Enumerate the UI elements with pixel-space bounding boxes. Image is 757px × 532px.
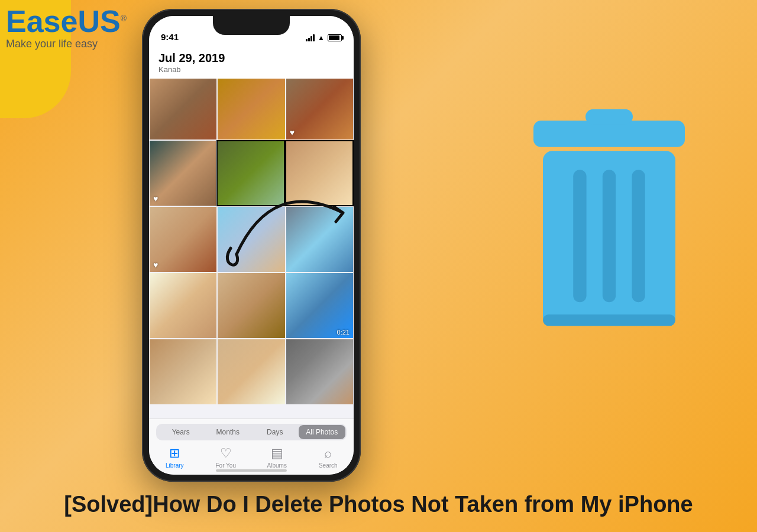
for-you-label: For You [216,462,236,469]
brand-name-us: US [77,4,120,38]
phone-notch [213,16,290,35]
photos-header: Jul 29, 2019 Kanab [149,46,354,79]
brand-name-ease: Ease [6,4,77,38]
brand-tagline: Make your life easy [6,38,127,50]
tab-years[interactable]: Years [157,425,205,439]
grid-row-5 [149,339,354,405]
grid-row-1: ♥ [149,74,354,140]
page-title: [Solved]How Do I Delete Photos Not Taken… [0,492,757,517]
logo-area: EaseUS® Make your life easy [6,6,127,50]
battery-icon [328,34,342,41]
svg-rect-3 [573,170,586,302]
photo-cell-3[interactable]: ♥ [286,74,354,140]
signal-icon [306,34,315,41]
heart-icon: ♥ [290,128,295,137]
nav-tab-library[interactable]: ⊞ Library [149,444,200,470]
nav-tab-for-you[interactable]: ♡ For You [200,444,252,470]
photo-cell-2[interactable] [217,74,285,140]
library-icon: ⊞ [169,446,180,461]
home-indicator [216,469,287,472]
heart-icon-3: ♥ [153,260,158,270]
photo-cell-11[interactable] [217,273,285,339]
registered-mark: ® [121,14,127,23]
for-you-icon: ♡ [220,446,232,461]
svg-rect-0 [533,121,685,147]
trash-can [515,95,704,355]
view-segments: Years Months Days All Photos [156,424,347,440]
grid-row-4: 0:21 [149,273,354,339]
photos-date: Jul 29, 2019 [158,51,344,65]
photo-cell-1[interactable] [149,74,217,140]
photo-cell-10[interactable] [149,273,217,339]
nav-tab-search[interactable]: ⌕ Search [303,444,354,470]
photo-cell-12[interactable]: 0:21 [286,273,354,339]
wifi-icon: ▲ [318,34,325,42]
nav-tab-albums[interactable]: ▤ Albums [251,444,303,470]
status-icons: ▲ [306,34,342,42]
heart-icon-2: ♥ [153,194,158,203]
albums-label: Albums [267,462,287,469]
brand-name: EaseUS® [6,6,127,37]
photo-cell-4[interactable]: ♥ [149,140,216,206]
tab-days[interactable]: Days [251,425,299,439]
tab-all-photos[interactable]: All Photos [299,425,346,439]
photos-location: Kanab [158,65,344,74]
svg-rect-6 [543,314,675,326]
search-icon: ⌕ [324,446,332,461]
status-time: 9:41 [161,32,179,42]
albums-icon: ▤ [271,446,283,461]
svg-rect-4 [603,170,616,302]
bottom-nav: Years Months Days All Photos ⊞ Library ♡… [149,419,354,475]
photo-cell-13[interactable] [149,339,217,405]
photo-cell-14[interactable] [217,339,285,405]
svg-rect-1 [585,109,633,125]
library-label: Library [166,462,184,469]
video-duration: 0:21 [337,329,350,336]
search-label: Search [319,462,338,469]
photo-cell-7[interactable]: ♥ [149,206,217,273]
photo-cell-15[interactable] [286,339,354,405]
tab-months[interactable]: Months [205,425,252,439]
arrow-to-trash [225,166,402,272]
svg-rect-5 [632,170,645,302]
